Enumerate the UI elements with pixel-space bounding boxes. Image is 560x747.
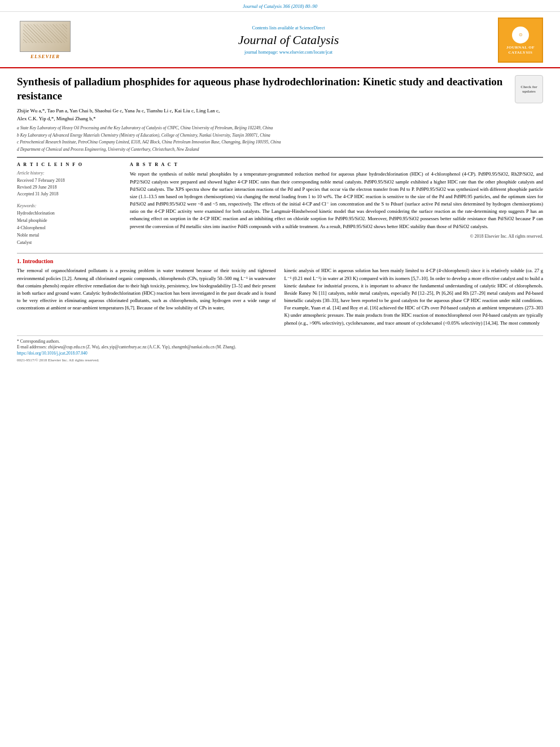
doi-link[interactable]: https://doi.org/10.1016/j.jcat.2018.07.0… [17, 351, 543, 357]
main-content: Synthesis of palladium phosphides for aq… [0, 68, 560, 369]
received-date: Received 7 February 2018 [17, 177, 121, 184]
elsevier-logo: ELSEVIER [20, 21, 71, 59]
authors-line2: Alex C.K. Yip d,*, Minghui Zhang b,* [17, 116, 95, 121]
sciencedirect-text[interactable]: ScienceDirect [300, 25, 325, 30]
abstract-text: We report the synthesis of noble metal p… [130, 171, 543, 240]
revised-date: Revised 29 June 2018 [17, 184, 121, 191]
keyword-3: 4-Chlorophenol [17, 225, 121, 232]
section-name: Introduction [23, 258, 53, 264]
intro-left-text: The removal of organochlorinated polluta… [17, 267, 276, 312]
keyword-5: Catalyst [17, 239, 121, 247]
journal-reference: Journal of Catalysis 366 (2018) 80–90 [243, 3, 317, 9]
article-title-container: Synthesis of palladium phosphides for aq… [17, 75, 543, 103]
logo-emblem: ⊙ [512, 27, 529, 43]
elsevier-tree-image [20, 21, 71, 52]
history-label: Article history: [17, 171, 121, 176]
copyright-line: © 2018 Elsevier Inc. All rights reserved… [130, 233, 543, 240]
affiliation-a: a State Key Laboratory of Heavy Oil Proc… [17, 125, 543, 132]
keywords-section: Keywords: Hydrodechlorination Metal phos… [17, 203, 121, 246]
article-info-heading: A R T I C L E I N F O [17, 162, 121, 167]
intro-right-text: kinetic analysis of HDC in aqueous solut… [285, 267, 544, 326]
abstract-column: A B S T R A C T We report the synthesis … [130, 162, 543, 246]
elsevier-text: ELSEVIER [30, 54, 60, 59]
body-section: 1. Introduction The removal of organochl… [17, 253, 543, 329]
journal-title: Journal of Catalysis [90, 33, 487, 47]
logo-title-line1: JOURNAL OF [506, 45, 535, 50]
journal-logo-area: ⊙ JOURNAL OF CATALYSIS [498, 18, 549, 63]
affiliation-d: d Department of Chemical and Process Eng… [17, 147, 543, 153]
keyword-1: Hydrodechlorination [17, 210, 121, 217]
abstract-body: We report the synthesis of noble metal p… [130, 171, 543, 229]
intro-section-title: 1. Introduction [17, 258, 543, 264]
page: Journal of Catalysis 366 (2018) 80–90 EL… [0, 0, 560, 747]
email-addresses: E-mail addresses: zhijiewu@cup.edu.cn (Z… [17, 344, 543, 351]
header-section: ELSEVIER Contents lists available at Sci… [0, 12, 560, 68]
keywords-label: Keywords: [17, 203, 121, 208]
sciencedirect-link: Contents lists available at ScienceDirec… [90, 25, 487, 30]
elsevier-branding: ELSEVIER [11, 21, 79, 59]
check-for-updates-badge: Check for updates [515, 75, 543, 103]
authors-line1: Zhijie Wu a,*, Tao Pan a, Yan Chai b, Sh… [17, 108, 220, 113]
corresponding-authors-label: * Corresponding authors. [17, 339, 543, 345]
intro-right-col: kinetic analysis of HDC in aqueous solut… [285, 267, 544, 329]
affiliations: a State Key Laboratory of Heavy Oil Proc… [17, 125, 543, 152]
section-number: 1. [17, 258, 21, 264]
journal-homepage: journal homepage: www.elsevier.com/locat… [90, 50, 487, 55]
article-info-abstract-columns: A R T I C L E I N F O Article history: R… [17, 162, 543, 246]
intro-left-col: The removal of organochlorinated polluta… [17, 267, 276, 329]
article-info-column: A R T I C L E I N F O Article history: R… [17, 162, 121, 246]
emails-text: E-mail addresses: zhijiewu@cup.edu.cn (Z… [17, 344, 236, 350]
accepted-date: Accepted 31 July 2018 [17, 191, 121, 198]
journal-header-center: Contents lists available at ScienceDirec… [79, 25, 498, 55]
affiliation-c: c Petrochemical Research Institute, Petr… [17, 139, 543, 146]
intro-para-right: kinetic analysis of HDC in aqueous solut… [285, 267, 544, 326]
logo-title-line2: CATALYSIS [509, 50, 533, 55]
journal-logo-box: ⊙ JOURNAL OF CATALYSIS [498, 18, 543, 63]
affiliation-b: b Key Laboratory of Advanced Energy Mate… [17, 133, 543, 139]
authors-list: Zhijie Wu a,*, Tao Pan a, Yan Chai b, Sh… [17, 107, 543, 123]
check-badge-text: Check for updates [515, 85, 542, 94]
doi-text[interactable]: https://doi.org/10.1016/j.jcat.2018.07.0… [17, 351, 88, 356]
divider-line [17, 157, 543, 158]
intro-columns: The removal of organochlorinated polluta… [17, 267, 543, 329]
issn-copyright: 0021-9517/© 2018 Elsevier Inc. All right… [17, 358, 543, 364]
abstract-heading: A B S T R A C T [130, 162, 543, 167]
keyword-4: Noble metal [17, 232, 121, 239]
article-title-text: Synthesis of palladium phosphides for aq… [17, 76, 502, 102]
keyword-2: Metal phosphide [17, 217, 121, 225]
top-bar: Journal of Catalysis 366 (2018) 80–90 [0, 0, 560, 12]
article-history: Article history: Received 7 February 201… [17, 171, 121, 198]
intro-para-left: The removal of organochlorinated polluta… [17, 267, 276, 312]
footnote-section: * Corresponding authors. E-mail addresse… [17, 335, 543, 364]
